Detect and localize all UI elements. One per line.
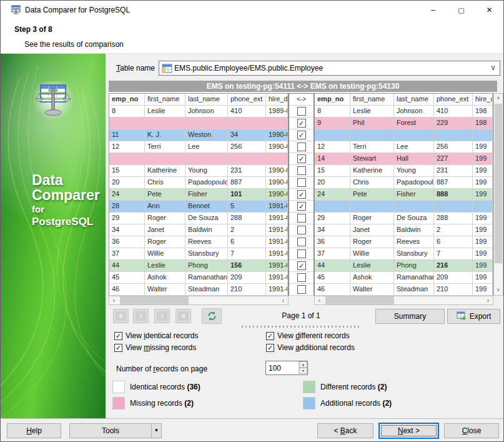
scroll-left-icon[interactable]: ‹ xyxy=(315,296,324,304)
table-row[interactable]: 8LeslieJohnson410198 xyxy=(315,106,493,118)
column-header[interactable]: hire_date xyxy=(473,94,493,106)
column-header[interactable]: first_name xyxy=(350,94,394,106)
view-additional-checkbox[interactable]: ✓ View additional records xyxy=(266,343,355,352)
table-row[interactable]: 44LesliePhong216199 xyxy=(315,260,493,272)
table-row[interactable]: 29RogerDe Souza288199 xyxy=(315,213,493,224)
table-name-combobox[interactable]: EMS.public.Employee/EMS.public.Employee … xyxy=(159,61,500,76)
table-row[interactable]: 9PhilForest229198 xyxy=(315,118,493,129)
record-checkbox-checked[interactable]: ✓ xyxy=(297,119,306,128)
table-row[interactable] xyxy=(315,129,493,141)
table-row[interactable]: 12TerriLee2561990-0 xyxy=(109,141,288,153)
table-row[interactable]: 12TerriLee256199 xyxy=(315,141,493,153)
minimize-button[interactable]: – xyxy=(419,1,447,19)
column-header[interactable]: hire_date xyxy=(266,94,288,106)
splitter-handle[interactable] xyxy=(242,326,360,328)
scroll-right-icon[interactable]: › xyxy=(279,296,288,304)
view-different-checkbox[interactable]: ✓ View different records xyxy=(266,331,350,340)
checkbox-icon[interactable]: ✓ xyxy=(114,332,122,340)
scroll-track[interactable] xyxy=(119,296,279,304)
record-checkbox-checked[interactable]: ✓ xyxy=(297,154,306,163)
table-row[interactable]: 11K. J.Weston341990-0 xyxy=(109,129,288,141)
scroll-down-icon[interactable]: ˅ xyxy=(494,286,503,295)
view-identical-checkbox[interactable]: ✓ View identical records xyxy=(114,331,199,340)
table-row[interactable]: 34JanetBaldwin21991-0 xyxy=(109,224,288,236)
table-row[interactable]: 34JanetBaldwin2199 xyxy=(315,224,493,236)
record-checkbox-checked[interactable]: ✓ xyxy=(297,261,306,270)
records-per-page-spinner[interactable]: 100 ▲ ▼ xyxy=(265,361,308,375)
table-row[interactable]: 36RogerReeves6199 xyxy=(315,236,493,248)
source-horizontal-scrollbar[interactable]: ‹ › xyxy=(109,296,289,305)
record-checkbox-unchecked[interactable] xyxy=(297,107,306,116)
scroll-left-icon[interactable]: ‹ xyxy=(109,296,119,304)
horizontal-scroll-thumb[interactable] xyxy=(120,296,189,304)
record-checkbox-unchecked[interactable] xyxy=(297,166,306,175)
last-page-button[interactable]: » xyxy=(175,309,191,323)
back-button[interactable]: < Back xyxy=(317,423,373,438)
record-checkbox-checked[interactable]: ✓ xyxy=(297,131,306,139)
scroll-track[interactable] xyxy=(324,296,483,304)
first-page-button[interactable]: « xyxy=(113,309,129,323)
checkbox-icon[interactable]: ✓ xyxy=(266,332,274,340)
table-row[interactable]: 15KatherineYoung2311990-0 xyxy=(109,165,288,177)
vertical-scroll-thumb[interactable] xyxy=(495,104,502,263)
maximize-button[interactable]: ▢ xyxy=(447,1,475,19)
tools-button[interactable]: Tools ▼ xyxy=(69,423,162,438)
table-row[interactable]: 24PeteFisher1011990-0 xyxy=(109,189,288,201)
scroll-right-icon[interactable]: › xyxy=(483,296,493,304)
table-row[interactable]: 20ChrisPapadopoulos887199 xyxy=(315,177,493,189)
record-checkbox-unchecked[interactable] xyxy=(297,249,306,258)
table-row[interactable]: 15KatherineYoung231199 xyxy=(315,165,493,177)
table-row[interactable]: 45AshokRamanathan2091991-0 xyxy=(109,272,288,284)
column-header[interactable]: emp_no xyxy=(109,94,145,106)
column-header[interactable]: phone_ext xyxy=(228,94,266,106)
view-missing-checkbox[interactable]: ✓ View missing records xyxy=(114,343,196,352)
table-row[interactable]: 28AnnBennet51991-0 xyxy=(109,201,288,213)
column-header[interactable]: last_name xyxy=(394,94,434,106)
table-row[interactable]: 44LesliePhong1561991-0 xyxy=(109,260,288,272)
help-button[interactable]: Help xyxy=(7,423,61,438)
scroll-up-icon[interactable]: ˄ xyxy=(494,94,503,103)
record-checkbox-unchecked[interactable] xyxy=(297,214,306,223)
column-header[interactable]: first_name xyxy=(145,94,185,106)
next-button[interactable]: Next > xyxy=(378,423,439,439)
close-button[interactable]: ✕ xyxy=(475,1,503,19)
refresh-button[interactable] xyxy=(202,308,222,324)
previous-page-button[interactable]: ‹ xyxy=(133,309,149,323)
record-checkbox-unchecked[interactable] xyxy=(297,273,306,282)
summary-button[interactable]: Summary xyxy=(375,309,445,324)
table-row[interactable]: 29RogerDe Souza2881991-0 xyxy=(109,213,288,224)
tools-label[interactable]: Tools xyxy=(70,424,151,438)
table-row[interactable] xyxy=(109,153,288,165)
table-row[interactable]: 37WillieStansbury71991-0 xyxy=(109,248,288,260)
tools-dropdown-icon[interactable]: ▼ xyxy=(151,424,161,438)
record-checkbox-unchecked[interactable] xyxy=(297,238,306,246)
horizontal-scroll-thumb[interactable] xyxy=(325,296,394,304)
checkbox-icon[interactable]: ✓ xyxy=(114,344,122,352)
table-row[interactable]: 24PeteFisher888199 xyxy=(315,189,493,201)
record-checkbox-unchecked[interactable] xyxy=(297,285,306,294)
table-row[interactable]: 36RogerReeves61991-0 xyxy=(109,236,288,248)
source-grid[interactable]: emp_nofirst_namelast_namephone_exthire_d… xyxy=(109,93,289,296)
column-header[interactable]: phone_ext xyxy=(434,94,473,106)
column-header[interactable]: last_name xyxy=(185,94,228,106)
chevron-down-icon[interactable]: ∨ xyxy=(490,63,496,72)
table-row[interactable] xyxy=(109,118,288,129)
table-row[interactable]: 37WillieStansbury7199 xyxy=(315,248,493,260)
table-row[interactable]: 8LeslieJohnson4101989-0 xyxy=(109,106,288,118)
records-per-page-value[interactable]: 100 xyxy=(269,364,281,373)
record-checkbox-checked[interactable]: ✓ xyxy=(297,202,306,211)
close-wizard-button[interactable]: Close xyxy=(444,423,499,438)
checkbox-icon[interactable]: ✓ xyxy=(266,344,274,352)
record-checkbox-unchecked[interactable] xyxy=(297,143,306,151)
spin-up-icon[interactable]: ▲ xyxy=(299,361,307,368)
record-checkbox-checked[interactable]: ✓ xyxy=(297,190,306,199)
table-row[interactable]: 46WalterSteadman210199 xyxy=(315,284,493,296)
target-horizontal-scrollbar[interactable]: ‹ › xyxy=(314,296,493,305)
next-page-button[interactable]: › xyxy=(154,309,170,323)
vertical-scrollbar[interactable]: ˄ ˅ xyxy=(493,93,503,296)
export-button[interactable]: Export xyxy=(447,309,500,324)
column-header[interactable]: emp_no xyxy=(315,94,350,106)
record-checkbox-unchecked[interactable] xyxy=(297,178,306,187)
table-row[interactable]: 45AshokRamanathan209199 xyxy=(315,272,493,284)
sync-checkbox-column[interactable]: <->✓✓✓✓✓✓ xyxy=(289,93,314,296)
